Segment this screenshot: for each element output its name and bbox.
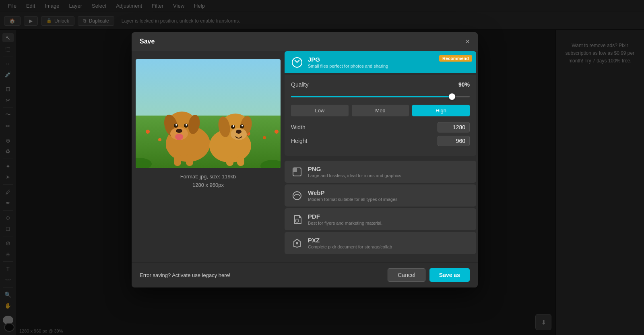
svg-point-10 <box>275 130 279 134</box>
png-desc: Large and lossless, ideal for icons and … <box>308 173 470 178</box>
webp-icon <box>291 190 303 202</box>
slider-fill <box>291 96 452 97</box>
recommend-badge: Recommend <box>439 55 472 62</box>
png-name: PNG <box>308 165 470 172</box>
quality-row: Quality 90% <box>291 81 470 88</box>
quality-btn-low[interactable]: Low <box>291 105 349 116</box>
close-button[interactable]: × <box>465 38 470 45</box>
width-row: Width <box>291 122 470 132</box>
format-option-webp[interactable]: WebP Modern format suitable for all type… <box>285 184 476 207</box>
jpg-desc: Small files perfect for photos and shari… <box>308 64 470 68</box>
format-option-pxz[interactable]: PXZ Complete pixlr document for storage/… <box>285 232 476 254</box>
svg-rect-43 <box>293 168 297 172</box>
dimensions-meta: 1280 x 960px <box>180 181 236 190</box>
webp-name: WebP <box>308 189 470 196</box>
pxz-icon <box>291 237 303 249</box>
quality-label: Quality <box>291 81 309 88</box>
width-label: Width <box>291 124 305 130</box>
format-option-jpg[interactable]: JPG Small files perfect for photos and s… <box>285 51 476 73</box>
svg-point-32 <box>236 130 242 134</box>
svg-rect-37 <box>226 156 233 166</box>
pxz-name: PXZ <box>308 237 470 244</box>
quality-value: 90% <box>458 81 470 88</box>
svg-point-23 <box>186 124 187 126</box>
pdf-desc: Best for flyers and marketing material. <box>308 221 470 225</box>
dialog-footer: Error saving? Activate use legacy here! … <box>132 262 478 287</box>
svg-rect-26 <box>186 154 193 166</box>
height-input[interactable] <box>438 136 470 146</box>
png-info: PNG Large and lossless, ideal for icons … <box>308 165 470 178</box>
format-panel: JPG Small files perfect for photos and s… <box>285 51 478 262</box>
dialog-body: Format: jpg, size: 119kb 1280 x 960px JP… <box>132 51 478 262</box>
save-as-button[interactable]: Save as <box>429 268 470 282</box>
save-dialog: Save × <box>132 32 478 287</box>
height-label: Height <box>291 138 307 144</box>
svg-point-35 <box>233 125 234 127</box>
svg-point-22 <box>175 124 177 126</box>
jpg-settings: Quality 90% Low Med High Width <box>285 75 476 156</box>
preview-panel: Format: jpg, size: 119kb 1280 x 960px <box>132 51 285 262</box>
svg-point-24 <box>175 134 183 140</box>
svg-point-3 <box>158 138 161 141</box>
quality-btn-high[interactable]: High <box>412 105 470 116</box>
slider-thumb[interactable] <box>449 93 455 100</box>
webp-info: WebP Modern format suitable for all type… <box>308 189 470 202</box>
svg-rect-25 <box>174 154 181 166</box>
png-icon <box>291 166 303 178</box>
quality-buttons: Low Med High <box>291 105 470 116</box>
pdf-name: PDF <box>308 213 470 220</box>
preview-meta: Format: jpg, size: 119kb 1280 x 960px <box>180 173 236 190</box>
jpg-icon <box>291 56 303 68</box>
error-link: Error saving? Activate use legacy here! <box>140 272 230 278</box>
dialog-header: Save × <box>132 32 478 51</box>
quality-btn-med[interactable]: Med <box>352 105 409 116</box>
quality-slider[interactable] <box>291 93 470 101</box>
pxz-desc: Complete pixlr document for storage/coll… <box>308 244 470 249</box>
format-option-png[interactable]: PNG Large and lossless, ideal for icons … <box>285 161 476 183</box>
pdf-info: PDF Best for flyers and marketing materi… <box>308 213 470 225</box>
svg-rect-38 <box>237 156 244 166</box>
error-text: Error saving? Activate use legacy here! <box>140 272 230 278</box>
svg-point-36 <box>242 125 243 126</box>
svg-point-45 <box>295 219 299 222</box>
pdf-icon <box>291 213 303 225</box>
dog-preview-svg <box>136 59 281 168</box>
footer-buttons: Cancel Save as <box>388 268 470 282</box>
height-row: Height <box>291 136 470 146</box>
pxz-info: PXZ Complete pixlr document for storage/… <box>308 237 470 249</box>
cancel-button[interactable]: Cancel <box>388 268 425 282</box>
dialog-title: Save <box>140 38 155 45</box>
svg-point-19 <box>176 129 182 133</box>
svg-point-2 <box>146 130 150 134</box>
svg-point-46 <box>296 242 298 244</box>
webp-desc: Modern format suitable for all types of … <box>308 197 470 202</box>
svg-point-9 <box>263 136 266 139</box>
preview-image <box>136 59 281 168</box>
width-input[interactable] <box>438 122 470 132</box>
format-option-pdf[interactable]: PDF Best for flyers and marketing materi… <box>285 208 476 230</box>
format-meta: Format: jpg, size: 119kb <box>180 173 236 181</box>
